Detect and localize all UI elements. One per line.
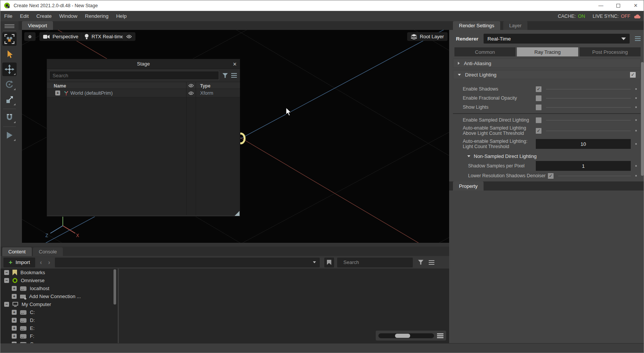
root-layer-button[interactable]: Root Layer bbox=[407, 32, 448, 41]
tab-viewport[interactable]: Viewport bbox=[22, 21, 53, 30]
menu-file[interactable]: File bbox=[0, 11, 16, 21]
tree-item-drive-d[interactable]: + D: bbox=[0, 316, 118, 324]
row-visibility-eye-icon[interactable] bbox=[188, 91, 194, 95]
tab-property[interactable]: Property bbox=[453, 181, 484, 191]
tree-item-omniverse[interactable]: − Omniverse bbox=[0, 276, 118, 284]
content-tree-scrollbar[interactable] bbox=[114, 269, 116, 305]
shadow-samples-field[interactable]: 1 bbox=[536, 161, 631, 171]
title-bar[interactable]: Create Next 2021.2.0-dl.48 - New Stage —… bbox=[0, 0, 644, 11]
stage-options-icon[interactable] bbox=[231, 73, 237, 78]
expand-toggle[interactable]: − bbox=[4, 278, 9, 283]
play-button[interactable] bbox=[2, 128, 17, 142]
stage-close-button[interactable]: ✕ bbox=[233, 59, 237, 69]
tab-content[interactable]: Content bbox=[2, 247, 32, 256]
renderer-options-icon[interactable] bbox=[635, 36, 641, 41]
subsection-non-sampled-direct-lighting[interactable]: Non-Sampled Direct Lighting bbox=[449, 151, 644, 161]
move-tool-button[interactable] bbox=[2, 62, 17, 76]
content-search[interactable] bbox=[337, 258, 413, 267]
tree-item-bookmarks[interactable]: − Bookmarks bbox=[0, 269, 118, 276]
row-enable-sampled-direct-lighting: Enable Sampled Direct Lighting bbox=[449, 116, 644, 125]
enable-fractional-opacity-checkbox[interactable] bbox=[536, 95, 541, 101]
stage-col-name[interactable]: Name bbox=[54, 83, 66, 89]
expand-toggle[interactable]: + bbox=[12, 334, 17, 339]
minimize-button[interactable]: — bbox=[592, 0, 610, 11]
tree-item-drive-f[interactable]: + F: bbox=[0, 332, 118, 340]
expand-toggle[interactable]: + bbox=[55, 91, 60, 95]
expand-toggle[interactable]: + bbox=[12, 294, 17, 299]
camera-select-button[interactable]: Perspective bbox=[39, 32, 82, 41]
expand-toggle[interactable]: + bbox=[12, 326, 17, 331]
tree-item-drive-c[interactable]: + C: bbox=[0, 308, 118, 316]
snap-tool-button[interactable] bbox=[2, 111, 17, 124]
renderer-value: Real-Time bbox=[487, 36, 511, 42]
visibility-button[interactable] bbox=[123, 32, 135, 41]
forward-button[interactable]: › bbox=[47, 259, 52, 266]
viewport-settings-button[interactable] bbox=[24, 32, 36, 41]
tree-item-my-computer[interactable]: − My Computer bbox=[0, 300, 118, 308]
tree-item-drive-e[interactable]: + E: bbox=[0, 324, 118, 332]
tab-common[interactable]: Common bbox=[454, 47, 515, 56]
visibility-column-icon[interactable] bbox=[188, 84, 194, 87]
tree-item-localhost[interactable]: + localhost bbox=[0, 284, 118, 292]
expand-toggle[interactable]: + bbox=[12, 310, 17, 315]
list-view-icon[interactable] bbox=[437, 333, 443, 338]
scale-tool-button[interactable] bbox=[2, 93, 17, 106]
tree-item-add-new-connection[interactable]: + Add New Connection ... bbox=[0, 292, 118, 300]
close-button[interactable]: ✕ bbox=[627, 0, 644, 11]
selection-mode-button[interactable] bbox=[2, 32, 17, 46]
enable-sampled-direct-lighting-checkbox[interactable] bbox=[536, 117, 541, 123]
import-button[interactable]: + Import bbox=[3, 258, 35, 267]
stage-search-input[interactable] bbox=[49, 71, 219, 80]
section-direct-lighting[interactable]: Direct Lighting ✓ bbox=[453, 70, 641, 79]
path-input[interactable] bbox=[55, 258, 320, 267]
select-tool-button[interactable] bbox=[2, 47, 17, 61]
maximize-button[interactable] bbox=[610, 0, 627, 11]
expand-toggle[interactable]: + bbox=[12, 286, 17, 291]
stage-title-bar[interactable]: Stage ✕ bbox=[47, 59, 240, 69]
content-toolbar: + Import ‹ › bbox=[0, 256, 449, 269]
expand-toggle[interactable]: + bbox=[12, 318, 17, 323]
chevron-right-icon bbox=[458, 62, 460, 65]
tab-post-processing[interactable]: Post Processing bbox=[580, 47, 641, 56]
render-settings-scrollbar[interactable] bbox=[641, 62, 644, 176]
auto-enable-sampled-lighting-checkbox[interactable]: ✓ bbox=[536, 128, 541, 134]
renderer-dropdown[interactable]: Real-Time bbox=[484, 34, 630, 44]
expand-toggle[interactable]: − bbox=[4, 302, 9, 307]
tab-ray-tracing[interactable]: Ray Tracing bbox=[517, 47, 578, 56]
stage-resize-handle[interactable] bbox=[235, 211, 240, 216]
light-count-threshold-field[interactable]: 10 bbox=[536, 139, 631, 149]
toolbar-grip-icon[interactable] bbox=[5, 24, 14, 28]
direct-lighting-checkbox[interactable]: ✓ bbox=[630, 72, 636, 78]
minimize-icon: — bbox=[599, 3, 604, 8]
content-filter-icon[interactable] bbox=[418, 260, 423, 265]
back-button[interactable]: ‹ bbox=[38, 259, 44, 266]
menu-rendering[interactable]: Rendering bbox=[81, 11, 112, 21]
menu-help[interactable]: Help bbox=[112, 11, 131, 21]
stage-row-world[interactable]: + World (defaultPrim) Xform bbox=[47, 89, 240, 97]
tab-console[interactable]: Console bbox=[33, 247, 63, 256]
expand-toggle[interactable]: − bbox=[4, 270, 9, 275]
enable-shadows-checkbox[interactable]: ✓ bbox=[536, 86, 541, 92]
content-options-icon[interactable] bbox=[429, 260, 434, 265]
axis-x-label: X bbox=[76, 233, 79, 238]
viewport-3d[interactable]: Perspective RTX Real-time Root Layer X Z bbox=[22, 30, 449, 243]
menu-create[interactable]: Create bbox=[33, 11, 56, 21]
section-anti-aliasing[interactable]: Anti-Aliasing bbox=[453, 59, 641, 68]
menu-edit[interactable]: Edit bbox=[16, 11, 33, 21]
bookmark-icon bbox=[12, 270, 17, 275]
thumbnail-size-slider[interactable] bbox=[378, 333, 434, 338]
tab-render-settings[interactable]: Render Settings bbox=[453, 21, 500, 30]
lower-resolution-shadows-denoiser-checkbox[interactable]: ✓ bbox=[548, 173, 554, 179]
renderer-select-button[interactable]: RTX Real-time bbox=[81, 32, 128, 41]
show-lights-checkbox[interactable] bbox=[536, 105, 541, 110]
path-dropdown-icon[interactable] bbox=[313, 261, 316, 263]
bookmark-button[interactable] bbox=[324, 258, 334, 267]
content-search-input[interactable] bbox=[343, 259, 411, 266]
tab-layer[interactable]: Layer bbox=[503, 21, 528, 30]
menu-window[interactable]: Window bbox=[56, 11, 81, 21]
tree-item-drive-g[interactable]: + G: bbox=[0, 340, 118, 343]
slider-thumb[interactable] bbox=[395, 334, 410, 338]
stage-filter-icon[interactable] bbox=[222, 73, 228, 78]
stage-col-type[interactable]: Type bbox=[200, 83, 210, 89]
rotate-tool-button[interactable] bbox=[2, 78, 17, 91]
